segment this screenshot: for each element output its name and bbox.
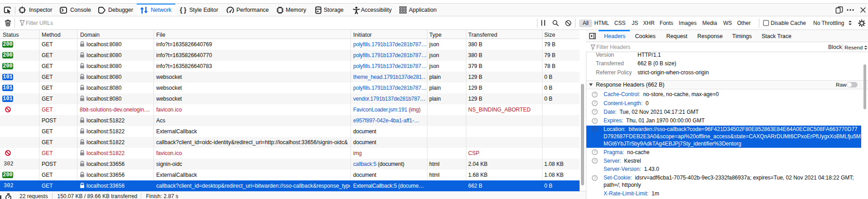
svg-text:?: ? bbox=[593, 175, 595, 180]
svg-text:?: ? bbox=[593, 101, 595, 105]
svg-text:?: ? bbox=[593, 118, 595, 123]
svg-text:?: ? bbox=[593, 126, 595, 131]
svg-text:?: ? bbox=[593, 150, 595, 154]
svg-text:?: ? bbox=[593, 158, 595, 163]
svg-text:?: ? bbox=[593, 92, 595, 97]
svg-text:?: ? bbox=[593, 109, 595, 114]
